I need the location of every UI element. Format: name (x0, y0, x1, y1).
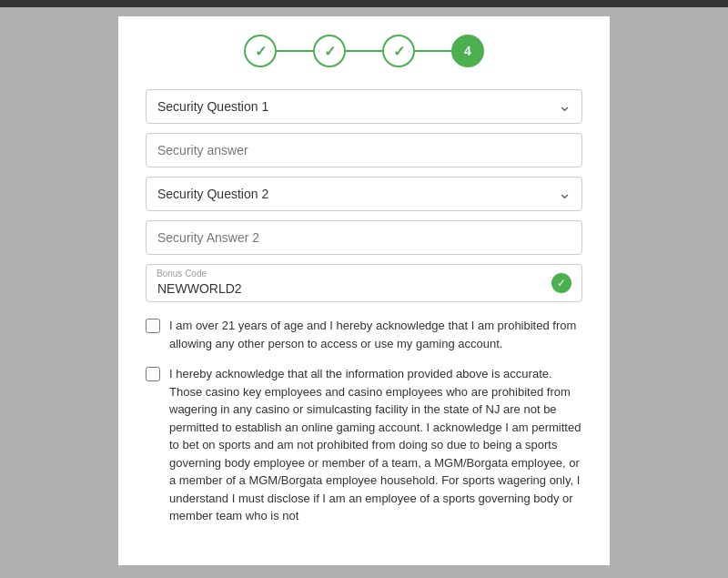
step-1: ✓ (244, 35, 277, 67)
step-3-check: ✓ (393, 43, 405, 60)
bonus-code-group: Bonus Code ✓ (146, 264, 582, 302)
checkbox-2-label: I hereby acknowledge that all the inform… (169, 365, 582, 525)
step-4-label: 4 (464, 44, 471, 58)
security-question-2-select[interactable]: Security Question 2 (146, 177, 582, 211)
security-question-2-wrapper: Security Question 2 (146, 177, 582, 211)
stepper: ✓ ✓ ✓ 4 (146, 35, 582, 67)
checkbox-2-group: I hereby acknowledge that all the inform… (146, 365, 582, 525)
main-container: ✓ ✓ ✓ 4 Security Question 1 Security Que… (118, 16, 610, 565)
security-answer-1-group (146, 133, 582, 167)
security-answer-2-group (146, 220, 582, 255)
step-4: 4 (451, 35, 484, 67)
security-question-1-wrapper: Security Question 1 (146, 89, 582, 124)
step-2: ✓ (313, 35, 346, 67)
bonus-code-label: Bonus Code (157, 269, 207, 279)
security-answer-2-input[interactable] (146, 220, 582, 255)
security-question-1-group: Security Question 1 (146, 89, 582, 124)
security-answer-1-input[interactable] (146, 133, 582, 167)
security-question-1-select[interactable]: Security Question 1 (146, 89, 582, 124)
step-3: ✓ (382, 35, 415, 67)
checkbox-1-group: I am over 21 years of age and I hereby a… (146, 317, 582, 352)
checkbox-1[interactable] (146, 319, 160, 333)
step-line-3 (415, 50, 451, 52)
security-question-2-group: Security Question 2 (146, 177, 582, 211)
step-line-1 (277, 50, 313, 52)
step-2-check: ✓ (324, 43, 336, 60)
checkbox-1-label: I am over 21 years of age and I hereby a… (169, 317, 582, 352)
step-line-2 (346, 50, 382, 52)
step-1-check: ✓ (255, 43, 267, 60)
bonus-code-checkmark: ✓ (551, 273, 571, 293)
bonus-code-input[interactable] (146, 264, 582, 302)
checkbox-2[interactable] (146, 367, 160, 381)
top-bar (0, 0, 728, 7)
